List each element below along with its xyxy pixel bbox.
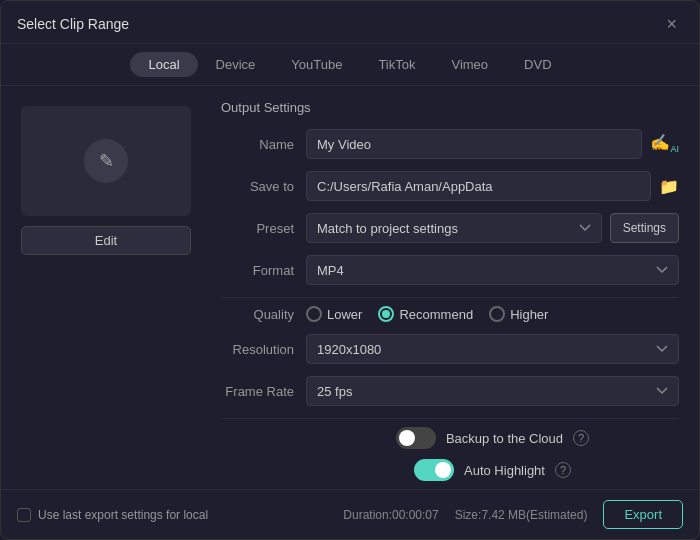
close-button[interactable]: × bbox=[660, 13, 683, 35]
settings-button[interactable]: Settings bbox=[610, 213, 679, 243]
backup-cloud-label: Backup to the Cloud bbox=[446, 431, 563, 446]
quality-label: Quality bbox=[221, 307, 306, 322]
size-info: Size:7.42 MB(Estimated) bbox=[455, 508, 588, 522]
radio-lower bbox=[306, 306, 322, 322]
dialog: Select Clip Range × Local Device YouTube… bbox=[0, 0, 700, 540]
auto-highlight-info-icon[interactable]: ? bbox=[555, 462, 571, 478]
backup-cloud-info-icon[interactable]: ? bbox=[573, 430, 589, 446]
tab-dvd[interactable]: DVD bbox=[506, 52, 569, 77]
left-panel: ✎ Edit bbox=[1, 86, 211, 489]
resolution-select[interactable]: 1920x1080 bbox=[306, 334, 679, 364]
resolution-row: Resolution 1920x1080 bbox=[221, 334, 679, 364]
quality-lower-label: Lower bbox=[327, 307, 362, 322]
last-export-checkbox[interactable] bbox=[17, 508, 31, 522]
save-to-input[interactable] bbox=[306, 171, 651, 201]
preset-row: Preset Match to project settings Setting… bbox=[221, 213, 679, 243]
auto-highlight-knob bbox=[435, 462, 451, 478]
preset-label: Preset bbox=[221, 221, 306, 236]
name-row: Name ✍AI bbox=[221, 129, 679, 159]
tab-device[interactable]: Device bbox=[198, 52, 274, 77]
radio-higher bbox=[489, 306, 505, 322]
save-to-row: Save to 📁 bbox=[221, 171, 679, 201]
backup-cloud-row: Backup to the Cloud ? bbox=[221, 427, 679, 449]
quality-lower[interactable]: Lower bbox=[306, 306, 362, 322]
tab-youtube[interactable]: YouTube bbox=[273, 52, 360, 77]
edit-icon: ✎ bbox=[84, 139, 128, 183]
footer-right: Duration:00:00:07 Size:7.42 MB(Estimated… bbox=[343, 500, 683, 529]
frame-rate-select[interactable]: 25 fps bbox=[306, 376, 679, 406]
section-title: Output Settings bbox=[221, 100, 679, 115]
footer: Use last export settings for local Durat… bbox=[1, 489, 699, 539]
quality-recommend[interactable]: Recommend bbox=[378, 306, 473, 322]
main-content: ✎ Edit Output Settings Name ✍AI Save to … bbox=[1, 86, 699, 489]
export-button[interactable]: Export bbox=[603, 500, 683, 529]
preset-control: Match to project settings Settings bbox=[306, 213, 679, 243]
tab-tiktok[interactable]: TikTok bbox=[360, 52, 433, 77]
format-control: MP4 bbox=[306, 255, 679, 285]
right-panel: Output Settings Name ✍AI Save to 📁 Pre bbox=[211, 86, 699, 489]
quality-radio-group: Lower Recommend Higher bbox=[306, 306, 548, 322]
auto-highlight-row: Auto Highlight ? bbox=[221, 459, 679, 481]
frame-rate-control: 25 fps bbox=[306, 376, 679, 406]
preset-select[interactable]: Match to project settings bbox=[306, 213, 602, 243]
backup-cloud-toggle[interactable] bbox=[396, 427, 436, 449]
auto-highlight-label: Auto Highlight bbox=[464, 463, 545, 478]
name-input[interactable] bbox=[306, 129, 642, 159]
title-bar: Select Clip Range × bbox=[1, 1, 699, 44]
resolution-label: Resolution bbox=[221, 342, 306, 357]
auto-highlight-toggle[interactable] bbox=[414, 459, 454, 481]
format-row: Format MP4 bbox=[221, 255, 679, 285]
frame-rate-label: Frame Rate bbox=[221, 384, 306, 399]
radio-recommend bbox=[378, 306, 394, 322]
quality-higher-label: Higher bbox=[510, 307, 548, 322]
last-export-checkbox-label[interactable]: Use last export settings for local bbox=[17, 508, 208, 522]
dialog-title: Select Clip Range bbox=[17, 16, 129, 32]
divider1 bbox=[221, 297, 679, 298]
format-label: Format bbox=[221, 263, 306, 278]
quality-higher[interactable]: Higher bbox=[489, 306, 548, 322]
tab-vimeo[interactable]: Vimeo bbox=[433, 52, 506, 77]
format-select[interactable]: MP4 bbox=[306, 255, 679, 285]
duration-info: Duration:00:00:07 bbox=[343, 508, 438, 522]
name-control: ✍AI bbox=[306, 129, 679, 159]
tab-local[interactable]: Local bbox=[130, 52, 197, 77]
backup-cloud-knob bbox=[399, 430, 415, 446]
save-to-control: 📁 bbox=[306, 171, 679, 201]
name-label: Name bbox=[221, 137, 306, 152]
video-preview: ✎ bbox=[21, 106, 191, 216]
frame-rate-row: Frame Rate 25 fps bbox=[221, 376, 679, 406]
ai-icon: ✍AI bbox=[650, 133, 679, 154]
tabs-bar: Local Device YouTube TikTok Vimeo DVD bbox=[1, 44, 699, 86]
edit-button[interactable]: Edit bbox=[21, 226, 191, 255]
save-to-label: Save to bbox=[221, 179, 306, 194]
folder-icon[interactable]: 📁 bbox=[659, 177, 679, 196]
resolution-control: 1920x1080 bbox=[306, 334, 679, 364]
last-export-label: Use last export settings for local bbox=[38, 508, 208, 522]
quality-recommend-label: Recommend bbox=[399, 307, 473, 322]
quality-row: Quality Lower Recommend High bbox=[221, 306, 679, 322]
divider2 bbox=[221, 418, 679, 419]
quality-control: Lower Recommend Higher bbox=[306, 306, 679, 322]
